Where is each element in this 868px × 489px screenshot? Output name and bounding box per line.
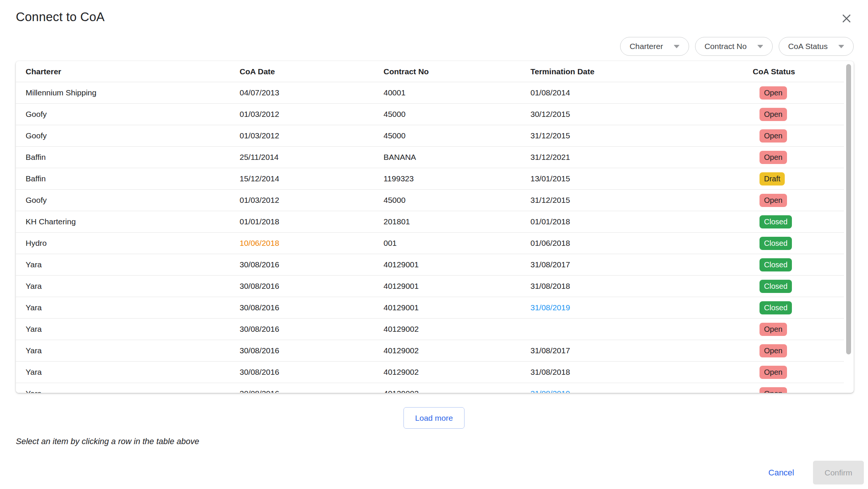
cell-contract-no: 40129002: [374, 362, 521, 383]
load-more-row: Load more: [0, 407, 868, 429]
cell-coa-status: Open: [743, 125, 844, 146]
cell-charterer: Yara: [16, 340, 230, 361]
table-row[interactable]: Yara 30/08/2016 40129002 31/08/2018 Open: [16, 362, 844, 383]
cell-charterer: Millennium Shipping: [16, 82, 230, 103]
load-more-button[interactable]: Load more: [403, 407, 465, 429]
cell-contract-no: 40129002: [374, 383, 521, 393]
status-badge: Open: [760, 194, 787, 207]
cell-contract-no: 40129001: [374, 254, 521, 275]
cell-termination-date: 01/06/2018: [521, 233, 743, 254]
cell-contract-no: 45000: [374, 190, 521, 211]
table-row[interactable]: Baffin 25/11/2014 BANANA 31/12/2021 Open: [16, 147, 844, 168]
vertical-scrollbar[interactable]: [846, 64, 851, 354]
status-badge: Draft: [760, 172, 785, 185]
column-header-contract-no: Contract No: [374, 61, 521, 82]
cell-coa-status: Open: [743, 147, 844, 168]
cell-contract-no: 40129001: [374, 276, 521, 297]
cell-coa-date: 30/08/2016: [230, 340, 374, 361]
cell-coa-date: 30/08/2016: [230, 297, 374, 318]
cell-charterer: Baffin: [16, 147, 230, 168]
table-row[interactable]: Yara 30/08/2016 40129002 31/08/2017 Open: [16, 340, 844, 362]
cell-charterer: Yara: [16, 362, 230, 383]
cell-charterer: Yara: [16, 297, 230, 318]
cell-coa-status: Closed: [743, 211, 844, 232]
filter-coa-status[interactable]: CoA Status: [779, 37, 854, 56]
status-badge: Closed: [760, 258, 792, 271]
chevron-down-icon: [757, 45, 763, 48]
confirm-button[interactable]: Confirm: [813, 461, 864, 484]
cell-coa-status: Open: [743, 362, 844, 383]
cell-contract-no: 45000: [374, 104, 521, 125]
table-row[interactable]: Goofy 01/03/2012 45000 31/12/2015 Open: [16, 125, 844, 147]
column-header-termination-date: Termination Date: [521, 61, 743, 82]
status-badge: Closed: [760, 237, 792, 250]
connect-to-coa-dialog: Connect to CoA Charterer Contract No CoA…: [0, 0, 868, 489]
status-badge: Open: [760, 151, 787, 164]
table-row[interactable]: KH Chartering 01/01/2018 201801 01/01/20…: [16, 211, 844, 233]
status-badge: Closed: [760, 215, 792, 228]
dialog-title: Connect to CoA: [16, 10, 105, 24]
cell-charterer: Yara: [16, 254, 230, 275]
cell-coa-date: 04/07/2013: [230, 82, 374, 103]
cell-contract-no: 45000: [374, 125, 521, 146]
cell-contract-no: 40001: [374, 82, 521, 103]
cell-termination-date: 31/08/2017: [521, 340, 743, 361]
cancel-button[interactable]: Cancel: [765, 465, 798, 481]
coa-table: Charterer CoA Date Contract No Terminati…: [16, 61, 854, 393]
cell-coa-status: Open: [743, 383, 844, 393]
status-badge: Open: [760, 366, 787, 379]
filter-coa-status-label: CoA Status: [788, 42, 828, 51]
cell-coa-status: Open: [743, 82, 844, 103]
cell-charterer: Goofy: [16, 104, 230, 125]
cell-termination-date[interactable]: 31/08/2019: [521, 297, 743, 318]
cell-coa-status: Closed: [743, 276, 844, 297]
chevron-down-icon: [838, 45, 844, 48]
table-row[interactable]: Goofy 01/03/2012 45000 30/12/2015 Open: [16, 104, 844, 125]
cell-charterer: Goofy: [16, 190, 230, 211]
status-badge: Open: [760, 108, 787, 121]
status-badge: Closed: [760, 301, 792, 314]
cell-charterer: Hydro: [16, 233, 230, 254]
cell-contract-no: 40129001: [374, 297, 521, 318]
status-badge: Closed: [760, 280, 792, 293]
filter-charterer[interactable]: Charterer: [620, 37, 689, 56]
filter-bar: Charterer Contract No CoA Status: [0, 37, 868, 56]
table-row[interactable]: Yara 30/08/2016 40129001 31/08/2018 Clos…: [16, 276, 844, 297]
chevron-down-icon: [674, 45, 680, 48]
table-row[interactable]: Yara 30/08/2016 40129001 31/08/2017 Clos…: [16, 254, 844, 276]
table-row[interactable]: Millennium Shipping 04/07/2013 40001 01/…: [16, 82, 844, 104]
cell-termination-date: 01/01/2018: [521, 211, 743, 232]
filter-contract-no[interactable]: Contract No: [695, 37, 773, 56]
cell-termination-date: 31/12/2015: [521, 190, 743, 211]
cell-termination-date[interactable]: 31/08/2019: [521, 383, 743, 393]
cell-termination-date: 31/12/2015: [521, 125, 743, 146]
column-header-coa-status: CoA Status: [743, 61, 844, 82]
cell-coa-status: Draft: [743, 168, 844, 189]
cell-contract-no: 001: [374, 233, 521, 254]
close-button[interactable]: [839, 11, 854, 26]
cell-charterer: Baffin: [16, 168, 230, 189]
cell-coa-date: 01/03/2012: [230, 125, 374, 146]
status-badge: Open: [760, 344, 787, 357]
cell-contract-no: 40129002: [374, 340, 521, 361]
table-row[interactable]: Yara 30/08/2016 40129002 Open: [16, 319, 844, 340]
cell-coa-date: 25/11/2014: [230, 147, 374, 168]
table-row[interactable]: Baffin 15/12/2014 1199323 13/01/2015 Dra…: [16, 168, 844, 190]
table-row[interactable]: Yara 30/08/2016 40129002 31/08/2019 Open: [16, 383, 844, 393]
status-badge: Open: [760, 323, 787, 336]
cell-coa-date: 01/03/2012: [230, 190, 374, 211]
table-row[interactable]: Yara 30/08/2016 40129001 31/08/2019 Clos…: [16, 297, 844, 319]
cell-coa-date: 30/08/2016: [230, 383, 374, 393]
table-row[interactable]: Goofy 01/03/2012 45000 31/12/2015 Open: [16, 190, 844, 211]
helper-text: Select an item by clicking a row in the …: [16, 437, 868, 446]
cell-coa-status: Closed: [743, 297, 844, 318]
cell-contract-no: 40129002: [374, 319, 521, 340]
cell-coa-date: 01/01/2018: [230, 211, 374, 232]
cell-coa-date: 30/08/2016: [230, 254, 374, 275]
table-row[interactable]: Hydro 10/06/2018 001 01/06/2018 Closed: [16, 233, 844, 254]
cell-coa-status: Open: [743, 340, 844, 361]
dialog-actions: Cancel Confirm: [765, 461, 864, 484]
filter-charterer-label: Charterer: [630, 42, 663, 51]
cell-coa-status: Open: [743, 104, 844, 125]
status-badge: Open: [760, 129, 787, 143]
